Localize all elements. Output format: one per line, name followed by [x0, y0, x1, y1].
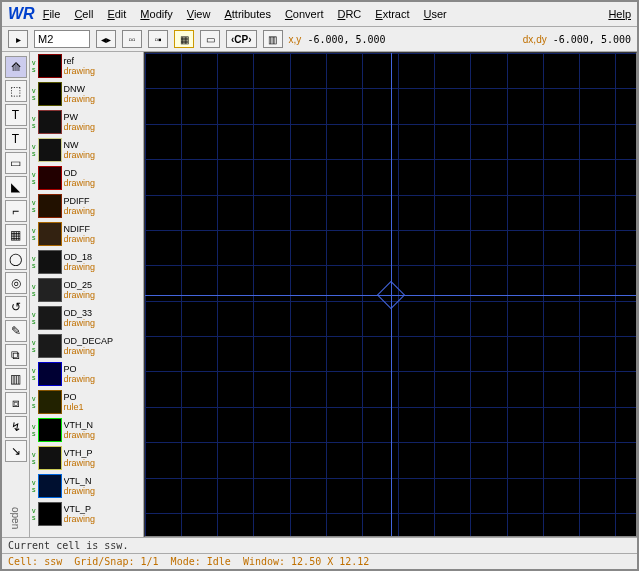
- tool-3[interactable]: T: [5, 128, 27, 150]
- layer-row-ref[interactable]: vsrefdrawing: [30, 52, 143, 80]
- layer-sub: drawing: [64, 290, 96, 300]
- layer-row-OD_DECAP[interactable]: vsOD_DECAPdrawing: [30, 332, 143, 360]
- tool-9[interactable]: ◎: [5, 272, 27, 294]
- tool-1[interactable]: ⬚: [5, 80, 27, 102]
- layer-row-OD[interactable]: vsODdrawing: [30, 164, 143, 192]
- layer-vs[interactable]: vs: [32, 507, 36, 521]
- layer-swatch-OD_DECAP[interactable]: [38, 334, 62, 358]
- tool-10[interactable]: ↺: [5, 296, 27, 318]
- tool-5[interactable]: ◣: [5, 176, 27, 198]
- tool-13[interactable]: ▥: [5, 368, 27, 390]
- layer-swatch-DNW[interactable]: [38, 82, 62, 106]
- layer-sub: rule1: [64, 402, 84, 412]
- layer-name: NDIFF: [64, 224, 96, 234]
- layer-swatch-OD_33[interactable]: [38, 306, 62, 330]
- layer-swatch-PO[interactable]: [38, 362, 62, 386]
- canvas[interactable]: [144, 52, 637, 537]
- layer-vs[interactable]: vs: [32, 423, 36, 437]
- tool-16[interactable]: ↘: [5, 440, 27, 462]
- xy-value: -6.000, 5.000: [307, 34, 385, 45]
- layer-swatch-ref[interactable]: [38, 54, 62, 78]
- status-line-2: Cell: ssw Grid/Snap: 1/1 Mode: Idle Wind…: [2, 553, 637, 569]
- layer-swatch-VTL_P[interactable]: [38, 502, 62, 526]
- layer-row-OD_25[interactable]: vsOD_25drawing: [30, 276, 143, 304]
- menu-drc[interactable]: DRC: [337, 8, 361, 20]
- tool-8[interactable]: ◯: [5, 248, 27, 270]
- menu-modify[interactable]: Modify: [140, 8, 172, 20]
- layer-vs[interactable]: vs: [32, 255, 36, 269]
- layer-vs[interactable]: vs: [32, 395, 36, 409]
- layer-swatch-VTH_P[interactable]: [38, 446, 62, 470]
- layer-row-DNW[interactable]: vsDNWdrawing: [30, 80, 143, 108]
- menu-attributes[interactable]: Attributes: [224, 8, 270, 20]
- tool-0[interactable]: ⟰: [5, 56, 27, 78]
- layer-vs[interactable]: vs: [32, 87, 36, 101]
- layer-vs[interactable]: vs: [32, 479, 36, 493]
- menu-view[interactable]: View: [187, 8, 211, 20]
- layer-row-PDIFF[interactable]: vsPDIFFdrawing: [30, 192, 143, 220]
- layer-swatch-NW[interactable]: [38, 138, 62, 162]
- cell-input[interactable]: [34, 30, 90, 48]
- layer-vs[interactable]: vs: [32, 115, 36, 129]
- tool-15[interactable]: ↯: [5, 416, 27, 438]
- layer-sub: drawing: [64, 66, 96, 76]
- menu-convert[interactable]: Convert: [285, 8, 324, 20]
- layer-swatch-VTH_N[interactable]: [38, 418, 62, 442]
- menu-file[interactable]: File: [43, 8, 61, 20]
- tool-btn-5[interactable]: ▭: [200, 30, 220, 48]
- layer-sub: drawing: [64, 94, 96, 104]
- tool-14[interactable]: ⧈: [5, 392, 27, 414]
- layer-vs[interactable]: vs: [32, 451, 36, 465]
- layer-vs[interactable]: vs: [32, 199, 36, 213]
- cp-button[interactable]: ‹CP›: [226, 30, 257, 48]
- layer-row-NW[interactable]: vsNWdrawing: [30, 136, 143, 164]
- layer-row-PO[interactable]: vsPOdrawing: [30, 360, 143, 388]
- layer-swatch-NDIFF[interactable]: [38, 222, 62, 246]
- tool-btn-4[interactable]: ▦: [174, 30, 194, 48]
- xy-label: x,y: [289, 34, 302, 45]
- layer-row-NDIFF[interactable]: vsNDIFFdrawing: [30, 220, 143, 248]
- layer-row-VTH_N[interactable]: vsVTH_Ndrawing: [30, 416, 143, 444]
- layer-vs[interactable]: vs: [32, 367, 36, 381]
- menu-help[interactable]: Help: [608, 8, 631, 20]
- layer-row-VTL_P[interactable]: vsVTL_Pdrawing: [30, 500, 143, 528]
- layer-swatch-OD[interactable]: [38, 166, 62, 190]
- layer-vs[interactable]: vs: [32, 311, 36, 325]
- layer-row-PW[interactable]: vsPWdrawing: [30, 108, 143, 136]
- layer-swatch-OD_25[interactable]: [38, 278, 62, 302]
- layer-vs[interactable]: vs: [32, 143, 36, 157]
- layer-sub: drawing: [64, 262, 96, 272]
- layer-row-VTL_N[interactable]: vsVTL_Ndrawing: [30, 472, 143, 500]
- layer-row-PO[interactable]: vsPOrule1: [30, 388, 143, 416]
- layer-vs[interactable]: vs: [32, 171, 36, 185]
- layer-swatch-VTL_N[interactable]: [38, 474, 62, 498]
- layer-swatch-OD_18[interactable]: [38, 250, 62, 274]
- tool-btn-2[interactable]: ▫▫: [122, 30, 142, 48]
- tool-btn-1[interactable]: ◂▸: [96, 30, 116, 48]
- tool-4[interactable]: ▭: [5, 152, 27, 174]
- layer-swatch-PO[interactable]: [38, 390, 62, 414]
- tool-11[interactable]: ✎: [5, 320, 27, 342]
- play-button[interactable]: ▸: [8, 30, 28, 48]
- tool-btn-6[interactable]: ▥: [263, 30, 283, 48]
- tool-7[interactable]: ▦: [5, 224, 27, 246]
- menu-edit[interactable]: Edit: [107, 8, 126, 20]
- layer-row-VTH_P[interactable]: vsVTH_Pdrawing: [30, 444, 143, 472]
- dxy-value: -6.000, 5.000: [553, 34, 631, 45]
- menu-cell[interactable]: Cell: [74, 8, 93, 20]
- layer-row-OD_33[interactable]: vsOD_33drawing: [30, 304, 143, 332]
- tool-6[interactable]: ⌐: [5, 200, 27, 222]
- layer-vs[interactable]: vs: [32, 59, 36, 73]
- menu-extract[interactable]: Extract: [375, 8, 409, 20]
- layer-vs[interactable]: vs: [32, 283, 36, 297]
- tool-btn-3[interactable]: ▫▪: [148, 30, 168, 48]
- tool-2[interactable]: T: [5, 104, 27, 126]
- layer-row-OD_18[interactable]: vsOD_18drawing: [30, 248, 143, 276]
- layer-swatch-PDIFF[interactable]: [38, 194, 62, 218]
- menu-user[interactable]: User: [424, 8, 447, 20]
- layer-swatch-PW[interactable]: [38, 110, 62, 134]
- layer-vs[interactable]: vs: [32, 339, 36, 353]
- layer-vs[interactable]: vs: [32, 227, 36, 241]
- tool-12[interactable]: ⧉: [5, 344, 27, 366]
- layer-name: VTL_P: [64, 504, 96, 514]
